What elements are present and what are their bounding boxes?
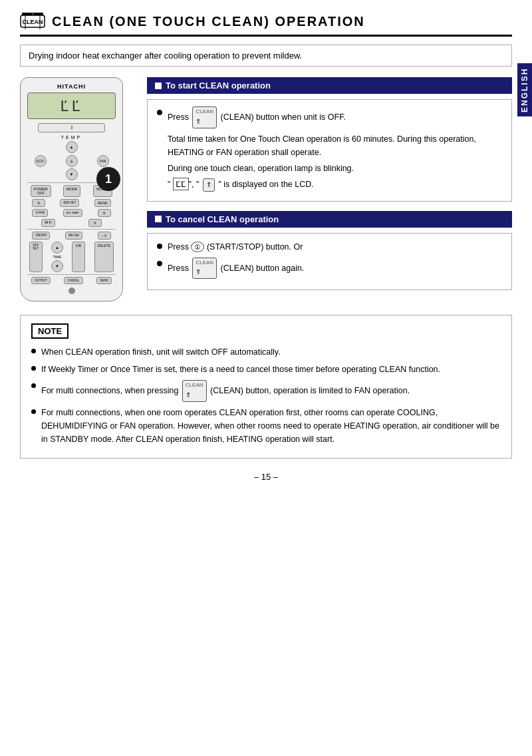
off-set-btn[interactable]: OFFSET — [29, 242, 43, 272]
lcd-display-1: ĽĽ — [173, 178, 189, 190]
min-set-btn[interactable]: Min-Set — [65, 232, 82, 240]
cancel-bullet-content-2: Press CLEAN ⇑ (CLEAN) button again. — [168, 258, 502, 280]
eco-btn[interactable]: ECO — [35, 155, 47, 167]
note-text-2: If Weekly Timer or Once Timer is set, th… — [41, 363, 440, 376]
minus6-btn[interactable]: – 6 — [98, 232, 111, 240]
header-square — [155, 83, 162, 89]
bullet-dot-1 — [157, 110, 162, 115]
time-up-btn[interactable]: ▲ — [51, 242, 63, 254]
page-title: CLEAN (ONE TOUCH CLEAN) OPERATION — [52, 14, 365, 29]
btn-row-5: ON/OFF Min-Set – 6 — [25, 232, 118, 240]
btn-row-7: OUTPUT CANCEL SEND — [25, 277, 118, 284]
main-content: HITACHI ĽĽ ⇩ TEMP ▲ ECO — [20, 77, 512, 301]
btn-row-4: Wi-Fi S — [25, 219, 118, 227]
power-off-btn[interactable]: POWEROFF — [31, 185, 51, 197]
divider3 — [27, 274, 116, 275]
remote-area: HITACHI ĽĽ ⇩ TEMP ▲ ECO — [20, 77, 136, 301]
cancel-clean-header: To cancel CLEAN operation — [147, 211, 512, 228]
u-fan-btn[interactable]: U-FAN — [32, 209, 48, 217]
clean-btn-icon-2: CLEAN ⇑ — [192, 258, 217, 280]
s-btn2[interactable]: S — [98, 209, 111, 217]
remote-display: ĽĽ — [27, 93, 116, 119]
clean-btn-icon-1: CLEAN ⇑ — [192, 106, 217, 128]
s-btn3[interactable]: S — [88, 219, 102, 227]
start-clean-box: Press CLEAN ⇑ (CLEAN) button when unit i… — [147, 99, 512, 202]
lcd-display-2: ⇑ — [203, 178, 215, 192]
svg-text:⇑: ⇑ — [32, 13, 34, 16]
fan-btn[interactable]: FAN — [97, 155, 109, 167]
note-item-1: When CLEAN operation finish, unit will s… — [31, 345, 501, 359]
intro-text: Drying indoor heat exchanger after cooli… — [29, 51, 302, 61]
note-item-4: For multi connections, when one room ope… — [31, 406, 501, 446]
note-bullet-1 — [31, 349, 36, 353]
mode-btn[interactable]: MODE — [63, 185, 81, 197]
remote-temp-label: TEMP — [25, 135, 118, 140]
side-tab: ENGLISH — [517, 63, 532, 116]
start-bullet-1: Press CLEAN ⇑ (CLEAN) button when unit i… — [157, 106, 502, 128]
cancel-clean-box: Press ① (START/STOP) button. Or Press CL… — [147, 233, 512, 291]
cancel-clean-title: To cancel CLEAN operation — [166, 214, 279, 224]
send-btn[interactable]: SEND — [94, 199, 111, 207]
temp-up-btn[interactable]: ▲ — [66, 141, 78, 153]
note-text-4: For multi connections, when one room ope… — [41, 406, 501, 446]
s-btn[interactable]: S — [32, 199, 45, 207]
start-clean-header: To start CLEAN operation — [147, 77, 512, 94]
intro-box: Drying indoor heat exchanger after cooli… — [20, 45, 512, 67]
power-btn[interactable]: ① — [66, 155, 78, 167]
start-para-3: " ĽĽ", " ⇑ " is displayed on the LCD. — [157, 178, 502, 192]
btn-row-3: U-FAN A/C 4WAY S — [25, 209, 118, 217]
divider2 — [27, 229, 116, 230]
time-down-btn[interactable]: ▼ — [51, 260, 63, 272]
remote-signal: ⇩ — [38, 123, 105, 132]
start-clean-title: To start CLEAN operation — [166, 81, 271, 91]
temp-down-btn[interactable]: ▼ — [66, 168, 78, 180]
start-stop-btn: ① — [191, 242, 204, 252]
cancel-bullet-dot-1 — [157, 244, 162, 249]
output-btn[interactable]: OUTPUT — [31, 277, 51, 284]
bullet-content-1: Press CLEAN ⇑ (CLEAN) button when unit i… — [168, 106, 502, 128]
clean-icon: CLEAN ⇑ — [20, 12, 45, 31]
on-off-btn[interactable]: ON/OFF — [32, 232, 50, 240]
cancel-bullet-1: Press ① (START/STOP) button. Or — [157, 240, 502, 254]
note-bullet-3 — [31, 383, 36, 388]
step-1-circle: 1 — [96, 167, 120, 191]
remote-bottom — [25, 287, 118, 294]
note-text-1: When CLEAN operation finish, unit will s… — [41, 345, 281, 359]
delete-btn[interactable]: DELETE — [94, 242, 114, 272]
header-square-2 — [155, 216, 162, 222]
cancel-bullet-content-1: Press ① (START/STOP) button. Or — [168, 240, 502, 254]
start-para-1: Total time taken for One Touch Clean ope… — [157, 132, 502, 159]
cancel-bullet-dot-2 — [157, 261, 162, 266]
remote-temp-arrows: ▲ — [25, 141, 118, 153]
note-text-3: For multi connections, when pressing CLE… — [41, 380, 410, 402]
page-header: CLEAN ⇑ CLEAN (ONE TOUCH CLEAN) OPERATIO… — [20, 12, 512, 37]
remote-brand: HITACHI — [25, 83, 118, 90]
btn-row-6: OFFSET ▲ TIME ▼ OK DELETE — [25, 242, 118, 272]
sen-set-btn[interactable]: SEN.SET — [60, 199, 79, 207]
page-number: – 15 – — [20, 472, 512, 482]
instructions-area: To start CLEAN operation Press CLEAN ⇑ (… — [147, 77, 512, 301]
page-container: ENGLISH CLEAN ⇑ CLEAN (ONE TOUCH CLEAN) … — [0, 0, 532, 756]
note-header: NOTE — [31, 323, 68, 339]
note-item-3: For multi connections, when pressing CLE… — [31, 380, 501, 402]
start-para-2: During one touch clean, operation lamp i… — [157, 162, 502, 175]
clean-btn-icon-3: CLEAN ⇑ — [182, 380, 207, 402]
wifi-btn[interactable]: Wi-Fi — [41, 219, 55, 227]
cancel-btn[interactable]: CANCEL — [64, 277, 82, 284]
send-btn2[interactable]: SEND — [96, 277, 112, 284]
note-bullet-4 — [31, 409, 36, 414]
note-section: NOTE When CLEAN operation finish, unit w… — [20, 315, 512, 459]
cancel-bullet-2: Press CLEAN ⇑ (CLEAN) button again. — [157, 258, 502, 280]
aircon-btn[interactable]: A/C 4WAY — [63, 209, 82, 217]
btn-row-2: S SEN.SET SEND — [25, 199, 118, 207]
note-item-2: If Weekly Timer or Once Timer is set, th… — [31, 363, 501, 376]
ok-btn[interactable]: OK — [72, 242, 85, 272]
note-bullet-2 — [31, 366, 36, 371]
